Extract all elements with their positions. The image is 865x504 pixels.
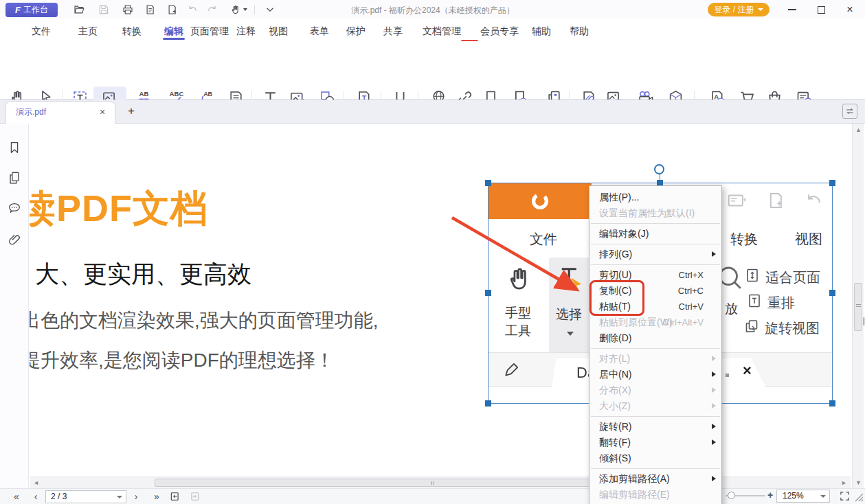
ctx-arrange[interactable]: 排列(G) (589, 247, 721, 262)
next-view-icon[interactable] (188, 490, 201, 503)
login-register-button[interactable]: 登录 / 注册 (708, 3, 769, 16)
menu-separator (591, 348, 720, 349)
attachments-panel-icon[interactable] (7, 232, 22, 247)
ctx-edit-object[interactable]: 编辑对象(J) (589, 226, 721, 242)
ctx-delete[interactable]: 删除(D) (589, 330, 721, 346)
last-page-button[interactable]: » (150, 490, 164, 503)
zoom-slider-knob[interactable] (728, 492, 735, 499)
menu-help[interactable]: 帮助 (570, 25, 589, 37)
embedded-app-header (488, 183, 592, 219)
thumb-grip (856, 304, 861, 307)
vertical-scroll-thumb[interactable] (854, 283, 862, 331)
ctx-align[interactable]: 对齐(L) (589, 351, 721, 367)
submenu-arrow-icon (712, 356, 716, 361)
embedded-menu-view: 视图 (795, 230, 822, 249)
print-icon[interactable] (120, 3, 136, 16)
embedded-menu-convert: 转换 (730, 230, 758, 249)
new-tab-button[interactable]: + (124, 104, 139, 119)
page-number-combo[interactable]: 2 / 3 (45, 490, 126, 503)
scroll-right-arrow[interactable]: ► (838, 479, 850, 486)
resize-grip[interactable] (854, 492, 864, 502)
rotation-handle-stem (660, 174, 660, 181)
menu-file[interactable]: 文件 (32, 25, 51, 37)
open-file-icon[interactable] (71, 3, 87, 16)
menu-view[interactable]: 视图 (269, 25, 288, 37)
hand-mode-icon[interactable] (227, 3, 250, 16)
selection-handle-top-right[interactable] (829, 180, 835, 186)
scroll-left-arrow[interactable]: ◄ (30, 479, 42, 486)
zoom-level-combo[interactable]: 125% (776, 490, 830, 503)
workspace-button[interactable]: F工作台 (5, 3, 58, 17)
tab-active-document[interactable]: 演示.pdf × (5, 101, 115, 124)
menu-page-management[interactable]: 页面管理 (190, 25, 229, 37)
embedded-select-label: 选择 (556, 306, 582, 323)
vertical-scrollbar[interactable]: ▲ ▼ (852, 124, 864, 488)
dropdown-caret-icon (117, 496, 122, 499)
menu-share[interactable]: 共享 (383, 25, 403, 37)
close-button[interactable]: × (838, 0, 862, 19)
tab-close-icon[interactable]: × (97, 102, 108, 123)
zoom-in-button[interactable]: + (767, 490, 773, 501)
next-page-button[interactable]: › (131, 490, 142, 503)
ctx-flip[interactable]: 翻转(F) (589, 435, 721, 450)
menu-convert[interactable]: 转换 (122, 25, 142, 37)
save-icon[interactable] (96, 3, 112, 16)
new-document-icon[interactable] (164, 3, 181, 16)
menu-protect[interactable]: 保护 (346, 25, 366, 37)
previous-page-button[interactable]: ‹ (30, 490, 41, 503)
selection-handle-mid-left[interactable] (485, 290, 491, 296)
selection-handle-mid-right[interactable] (829, 290, 835, 296)
menu-comment[interactable]: 注释 (236, 25, 256, 37)
embedded-reflow-icon (746, 293, 763, 309)
active-menu-underline (163, 38, 185, 40)
menu-accessibility[interactable]: 辅助 (532, 25, 551, 37)
menu-separator (591, 223, 720, 224)
bookmarks-panel-icon[interactable] (7, 140, 22, 155)
ctx-add-clip-path[interactable]: 添加剪辑路径(A) (589, 471, 721, 487)
maximize-button[interactable] (809, 0, 833, 19)
embedded-hand-icon (504, 264, 534, 295)
selection-handle-bottom-right[interactable] (829, 400, 835, 406)
page-indicator: 2 / 3 (51, 492, 67, 501)
ctx-center[interactable]: 居中(N) (589, 367, 721, 382)
embedded-zoom-partial-label: 放 (725, 300, 738, 318)
scroll-up-arrow[interactable]: ▲ (853, 126, 864, 133)
titlebar-divider (254, 5, 255, 14)
undo-icon[interactable] (184, 3, 201, 16)
menu-member-exclusive[interactable]: 会员专享 (480, 25, 519, 37)
fullscreen-icon[interactable] (839, 490, 851, 502)
ctx-rotate[interactable]: 旋转(R) (589, 419, 721, 435)
horizontal-scrollbar[interactable]: ◄ ► (30, 477, 851, 488)
minimize-button[interactable] (780, 0, 804, 19)
ctx-properties[interactable]: 属性(P)... (589, 190, 721, 205)
menu-document-management[interactable]: 文档管理 (423, 25, 461, 37)
ctx-shear[interactable]: 倾斜(S) (589, 450, 721, 466)
ctx-set-default-properties[interactable]: 设置当前属性为默认(I) (589, 205, 721, 221)
rotation-handle[interactable] (654, 164, 664, 174)
ctx-size[interactable]: 大小(Z) (589, 398, 721, 414)
menu-edit[interactable]: 编辑 (164, 25, 183, 37)
workspace-label: 工作台 (23, 4, 48, 16)
duplicate-page-icon[interactable] (142, 3, 159, 16)
redo-icon[interactable] (204, 3, 221, 16)
first-page-button[interactable]: « (10, 490, 23, 503)
doc-body-line2: 提升效率,是您阅读PDF的理想选择！ (30, 347, 335, 374)
menu-separator (591, 416, 720, 417)
pages-panel-icon[interactable] (7, 170, 22, 185)
ctx-paste-in-place[interactable]: 粘贴到原位置(W)Ctrl+Alt+V (589, 314, 721, 330)
document-tab-bar: 演示.pdf × + (0, 100, 865, 124)
zoom-value: 125% (783, 491, 804, 501)
doc-subheading: 大、更实用、更高效 (35, 258, 251, 290)
scroll-down-arrow[interactable]: ▼ (853, 479, 864, 486)
embedded-rotate-view-label: 旋转视图 (765, 319, 820, 338)
submenu-arrow-icon (712, 251, 716, 257)
menu-home[interactable]: 主页 (78, 25, 98, 37)
selection-handle-top-left[interactable] (485, 180, 491, 186)
ctx-edit-clip-path[interactable]: 编辑剪辑路径(E) (589, 487, 721, 503)
comments-panel-icon[interactable] (7, 201, 22, 216)
previous-view-icon[interactable] (169, 490, 181, 503)
ctx-distribute[interactable]: 分布(X) (589, 382, 721, 398)
panel-toggle-button[interactable] (842, 104, 857, 119)
menu-form[interactable]: 表单 (310, 25, 329, 37)
selection-handle-bottom-left[interactable] (485, 400, 491, 406)
